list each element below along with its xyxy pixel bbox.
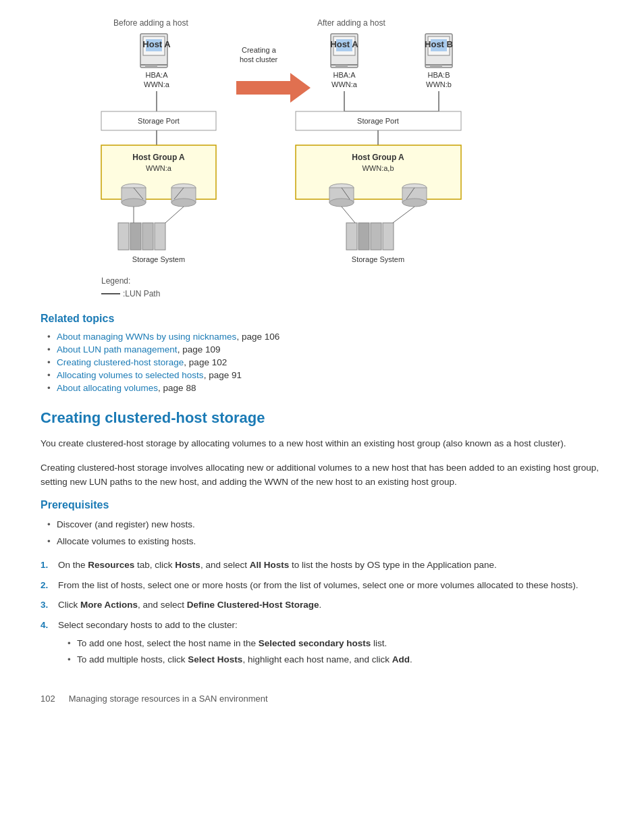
main-section: Creating clustered-host storage You crea… bbox=[41, 409, 603, 667]
before-storage-rack2 bbox=[130, 223, 141, 250]
before-storage-rack3 bbox=[142, 223, 153, 250]
bold-add: Add bbox=[392, 654, 410, 664]
before-host-a-label: Host A bbox=[142, 39, 171, 49]
list-item: Creating clustered-host storage, page 10… bbox=[47, 357, 603, 367]
legend-item-text: :LUN Path bbox=[123, 289, 160, 298]
step-4-sub-bullets: To add one host, select the host name in… bbox=[58, 637, 603, 667]
before-hba-a: HBA:A bbox=[145, 71, 168, 79]
after-host-a-label: Host A bbox=[330, 39, 358, 49]
creating-label-line2: host cluster bbox=[240, 55, 278, 63]
bold-select-hosts: Select Hosts bbox=[188, 654, 242, 664]
related-topics-section: Related topics About managing WWNs by us… bbox=[41, 313, 603, 393]
after-host-group-wwn: WWN:a,b bbox=[362, 164, 394, 172]
bold-hosts: Hosts bbox=[175, 560, 200, 570]
before-storage-rack4 bbox=[155, 223, 165, 250]
before-label: Before adding a host bbox=[113, 18, 188, 28]
svg-rect-11 bbox=[430, 65, 442, 68]
topic-link-3[interactable]: Creating clustered-host storage bbox=[57, 357, 184, 367]
page-footer: 102 Managing storage resources in a SAN … bbox=[41, 694, 603, 704]
after-host-group-label: Host Group A bbox=[352, 153, 404, 162]
diagram-area: Before adding a host After adding a host… bbox=[41, 14, 603, 306]
step-3-text: Click More Actions, and select Define Cl… bbox=[58, 600, 321, 610]
step-2: 2. From the list of hosts, select one or… bbox=[41, 578, 603, 593]
sub-bullet-2: To add multiple hosts, click Select Host… bbox=[68, 653, 603, 667]
arrow-shape bbox=[236, 73, 311, 103]
page-ref-5: , page 88 bbox=[158, 383, 196, 393]
creating-label-line1: Creating a bbox=[242, 46, 277, 54]
topic-link-2[interactable]: About LUN path management bbox=[57, 344, 178, 355]
prereq-bullet-list: Discover (and register) new hosts. Alloc… bbox=[41, 518, 603, 549]
before-lun2-bottom bbox=[171, 199, 196, 207]
main-section-heading: Creating clustered-host storage bbox=[41, 409, 603, 427]
page-ref-1: , page 106 bbox=[236, 332, 279, 342]
list-item: About managing WWNs by using nicknames, … bbox=[47, 332, 603, 342]
bold-define-clustered: Define Clustered-Host Storage bbox=[187, 600, 319, 610]
page-ref-4: , page 91 bbox=[204, 370, 242, 380]
after-label: After adding a host bbox=[317, 18, 385, 28]
after-host-b-label: Host B bbox=[425, 39, 453, 49]
prereq-item-2: Allocate volumes to existing hosts. bbox=[47, 535, 603, 548]
step-num-1: 1. bbox=[41, 558, 48, 573]
after-lun1-bottom bbox=[329, 199, 354, 207]
bold-all-hosts: All Hosts bbox=[250, 560, 290, 570]
after-wwn-b: WWN:b bbox=[426, 80, 452, 88]
before-lun1-bottom bbox=[122, 199, 146, 207]
step-num-3: 3. bbox=[41, 598, 48, 613]
before-host-group-wwn: WWN:a bbox=[146, 164, 172, 172]
prereq-item-1: Discover (and register) new hosts. bbox=[47, 518, 603, 531]
network-diagram: Before adding a host After adding a host… bbox=[41, 14, 603, 304]
after-hba-b: HBA:B bbox=[427, 71, 450, 79]
after-hba-a: HBA:A bbox=[333, 71, 356, 79]
bold-resources: Resources bbox=[88, 560, 134, 570]
bold-secondary-hosts: Selected secondary hosts bbox=[259, 638, 371, 648]
step-num-4: 4. bbox=[41, 618, 48, 633]
step-1-text: On the Resources tab, click Hosts, and s… bbox=[58, 560, 497, 570]
after-lun1-to-storage bbox=[342, 207, 355, 223]
step-2-text: From the list of hosts, select one or mo… bbox=[58, 580, 579, 590]
before-host-group-label: Host Group A bbox=[132, 153, 185, 162]
page-ref-3: , page 102 bbox=[184, 357, 227, 367]
after-lun2-to-storage bbox=[393, 207, 414, 223]
after-storage-rack4 bbox=[383, 223, 394, 250]
before-storage-rack1 bbox=[118, 223, 129, 250]
svg-rect-3 bbox=[145, 65, 157, 68]
after-storage-rack3 bbox=[371, 223, 381, 250]
steps-list: 1. On the Resources tab, click Hosts, an… bbox=[41, 558, 603, 667]
step-4-text: Select secondary hosts to add to the clu… bbox=[58, 620, 238, 630]
topic-link-5[interactable]: About allocating volumes bbox=[57, 383, 158, 393]
legend-label-text: Legend: bbox=[101, 276, 130, 286]
after-storage-rack2 bbox=[358, 223, 369, 250]
before-storage-system-label: Storage System bbox=[132, 255, 185, 263]
step-3: 3. Click More Actions, and select Define… bbox=[41, 598, 603, 613]
step-4: 4. Select secondary hosts to add to the … bbox=[41, 618, 603, 667]
after-storage-rack1 bbox=[346, 223, 357, 250]
before-wwn-a: WWN:a bbox=[144, 80, 170, 88]
topic-link-4[interactable]: Allocating volumes to selected hosts bbox=[57, 370, 204, 380]
paragraph-2: Creating clustered-host storage involves… bbox=[41, 461, 603, 490]
related-topics-list: About managing WWNs by using nicknames, … bbox=[41, 332, 603, 393]
sub-bullet-1: To add one host, select the host name in… bbox=[68, 637, 603, 650]
after-lun2-bottom bbox=[402, 199, 427, 207]
list-item: About LUN path management, page 109 bbox=[47, 344, 603, 355]
step-num-2: 2. bbox=[41, 578, 48, 593]
related-topics-title: Related topics bbox=[41, 313, 603, 325]
list-item: Allocating volumes to selected hosts, pa… bbox=[47, 370, 603, 380]
bold-more-actions: More Actions bbox=[80, 600, 138, 610]
prerequisites-section: Prerequisites Discover (and register) ne… bbox=[41, 499, 603, 667]
svg-rect-7 bbox=[336, 65, 348, 68]
page-ref-2: , page 109 bbox=[178, 344, 221, 355]
after-storage-port-label: Storage Port bbox=[357, 117, 399, 125]
before-lun2-to-storage bbox=[165, 207, 184, 223]
before-storage-port-label: Storage Port bbox=[138, 117, 180, 125]
list-item: About allocating volumes, page 88 bbox=[47, 383, 603, 393]
after-wwn-a: WWN:a bbox=[331, 80, 358, 88]
prerequisites-heading: Prerequisites bbox=[41, 499, 603, 511]
footer-text: Managing storage resources in a SAN envi… bbox=[69, 694, 268, 704]
after-storage-system-label: Storage System bbox=[352, 255, 404, 263]
step-1: 1. On the Resources tab, click Hosts, an… bbox=[41, 558, 603, 573]
page-number: 102 bbox=[41, 694, 55, 704]
paragraph-1: You create clustered-host storage by all… bbox=[41, 436, 603, 451]
topic-link-1[interactable]: About managing WWNs by using nicknames bbox=[57, 332, 236, 342]
